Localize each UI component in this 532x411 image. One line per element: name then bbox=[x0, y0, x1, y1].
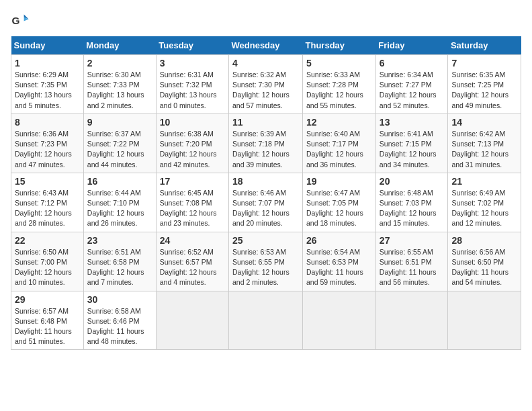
calendar-week-row: 22 Sunrise: 6:50 AM Sunset: 7:00 PM Dayl… bbox=[11, 232, 521, 291]
day-info: Sunrise: 6:58 AM Sunset: 6:46 PM Dayligh… bbox=[87, 306, 152, 347]
calendar-cell: 17 Sunrise: 6:45 AM Sunset: 7:08 PM Dayl… bbox=[156, 173, 228, 232]
day-info: Sunrise: 6:31 AM Sunset: 7:32 PM Dayligh… bbox=[160, 70, 225, 111]
day-info: Sunrise: 6:34 AM Sunset: 7:27 PM Dayligh… bbox=[380, 70, 445, 111]
calendar-cell: 1 Sunrise: 6:29 AM Sunset: 7:35 PM Dayli… bbox=[11, 55, 84, 114]
day-info: Sunrise: 6:54 AM Sunset: 6:53 PM Dayligh… bbox=[306, 247, 372, 288]
calendar-cell: 14 Sunrise: 6:42 AM Sunset: 7:13 PM Dayl… bbox=[448, 113, 521, 173]
day-number: 4 bbox=[232, 58, 299, 68]
day-info: Sunrise: 6:39 AM Sunset: 7:18 PM Dayligh… bbox=[232, 129, 299, 170]
calendar-cell bbox=[448, 291, 521, 350]
header-wednesday: Wednesday bbox=[229, 36, 303, 55]
day-info: Sunrise: 6:29 AM Sunset: 7:35 PM Dayligh… bbox=[15, 70, 80, 111]
header: G bbox=[11, 11, 521, 30]
day-number: 6 bbox=[380, 58, 445, 68]
day-number: 27 bbox=[380, 235, 445, 246]
day-number: 15 bbox=[15, 176, 80, 187]
day-info: Sunrise: 6:46 AM Sunset: 7:07 PM Dayligh… bbox=[232, 188, 299, 229]
calendar-cell: 26 Sunrise: 6:54 AM Sunset: 6:53 PM Dayl… bbox=[303, 232, 376, 291]
calendar-cell: 24 Sunrise: 6:52 AM Sunset: 6:57 PM Dayl… bbox=[156, 232, 228, 291]
day-info: Sunrise: 6:36 AM Sunset: 7:23 PM Dayligh… bbox=[15, 129, 80, 170]
calendar-cell: 2 Sunrise: 6:30 AM Sunset: 7:33 PM Dayli… bbox=[83, 55, 156, 114]
svg-text:G: G bbox=[11, 15, 19, 26]
calendar-cell: 4 Sunrise: 6:32 AM Sunset: 7:30 PM Dayli… bbox=[229, 55, 303, 114]
day-number: 11 bbox=[232, 117, 299, 128]
day-info: Sunrise: 6:45 AM Sunset: 7:08 PM Dayligh… bbox=[160, 188, 225, 229]
day-info: Sunrise: 6:48 AM Sunset: 7:03 PM Dayligh… bbox=[380, 188, 445, 229]
day-number: 22 bbox=[15, 235, 80, 246]
day-number: 1 bbox=[15, 58, 80, 68]
day-info: Sunrise: 6:53 AM Sunset: 6:55 PM Dayligh… bbox=[232, 247, 299, 288]
day-info: Sunrise: 6:50 AM Sunset: 7:00 PM Dayligh… bbox=[15, 247, 80, 288]
calendar-cell: 20 Sunrise: 6:48 AM Sunset: 7:03 PM Dayl… bbox=[375, 173, 448, 232]
day-number: 16 bbox=[87, 176, 152, 187]
day-info: Sunrise: 6:51 AM Sunset: 6:58 PM Dayligh… bbox=[87, 247, 152, 288]
calendar-cell: 23 Sunrise: 6:51 AM Sunset: 6:58 PM Dayl… bbox=[83, 232, 156, 291]
calendar-cell: 12 Sunrise: 6:40 AM Sunset: 7:17 PM Dayl… bbox=[303, 113, 376, 173]
header-monday: Monday bbox=[83, 36, 156, 55]
day-number: 25 bbox=[232, 235, 299, 246]
calendar-cell: 18 Sunrise: 6:46 AM Sunset: 7:07 PM Dayl… bbox=[229, 173, 303, 232]
header-friday: Friday bbox=[375, 36, 448, 55]
day-number: 8 bbox=[15, 117, 80, 128]
day-number: 7 bbox=[451, 58, 517, 68]
calendar-cell: 10 Sunrise: 6:38 AM Sunset: 7:20 PM Dayl… bbox=[156, 113, 228, 173]
day-info: Sunrise: 6:52 AM Sunset: 6:57 PM Dayligh… bbox=[160, 247, 225, 288]
day-number: 12 bbox=[306, 117, 372, 128]
day-info: Sunrise: 6:55 AM Sunset: 6:51 PM Dayligh… bbox=[380, 247, 445, 288]
calendar-cell: 19 Sunrise: 6:47 AM Sunset: 7:05 PM Dayl… bbox=[303, 173, 376, 232]
header-thursday: Thursday bbox=[303, 36, 376, 55]
calendar-table: SundayMondayTuesdayWednesdayThursdayFrid… bbox=[11, 36, 521, 350]
day-number: 21 bbox=[451, 176, 517, 187]
logo: G bbox=[11, 11, 32, 30]
calendar-cell: 5 Sunrise: 6:33 AM Sunset: 7:28 PM Dayli… bbox=[303, 55, 376, 114]
day-info: Sunrise: 6:33 AM Sunset: 7:28 PM Dayligh… bbox=[306, 70, 372, 111]
day-info: Sunrise: 6:44 AM Sunset: 7:10 PM Dayligh… bbox=[87, 188, 152, 229]
day-number: 13 bbox=[380, 117, 445, 128]
calendar-cell: 28 Sunrise: 6:56 AM Sunset: 6:50 PM Dayl… bbox=[448, 232, 521, 291]
day-info: Sunrise: 6:38 AM Sunset: 7:20 PM Dayligh… bbox=[160, 129, 225, 170]
calendar-cell: 3 Sunrise: 6:31 AM Sunset: 7:32 PM Dayli… bbox=[156, 55, 228, 114]
day-number: 3 bbox=[160, 58, 225, 68]
day-number: 20 bbox=[380, 176, 445, 187]
day-info: Sunrise: 6:41 AM Sunset: 7:15 PM Dayligh… bbox=[380, 129, 445, 170]
day-number: 17 bbox=[160, 176, 225, 187]
day-info: Sunrise: 6:47 AM Sunset: 7:05 PM Dayligh… bbox=[306, 188, 372, 229]
calendar-cell: 9 Sunrise: 6:37 AM Sunset: 7:22 PM Dayli… bbox=[83, 113, 156, 173]
calendar-cell bbox=[303, 291, 376, 350]
calendar-cell: 29 Sunrise: 6:57 AM Sunset: 6:48 PM Dayl… bbox=[11, 291, 84, 350]
calendar-cell: 27 Sunrise: 6:55 AM Sunset: 6:51 PM Dayl… bbox=[375, 232, 448, 291]
day-number: 14 bbox=[451, 117, 517, 128]
header-tuesday: Tuesday bbox=[156, 36, 228, 55]
day-number: 9 bbox=[87, 117, 152, 128]
day-number: 30 bbox=[87, 294, 152, 305]
day-number: 2 bbox=[87, 58, 152, 68]
day-number: 28 bbox=[451, 235, 517, 246]
calendar-cell bbox=[156, 291, 228, 350]
day-number: 23 bbox=[87, 235, 152, 246]
header-sunday: Sunday bbox=[11, 36, 84, 55]
calendar-cell: 16 Sunrise: 6:44 AM Sunset: 7:10 PM Dayl… bbox=[83, 173, 156, 232]
day-number: 18 bbox=[232, 176, 299, 187]
calendar-cell bbox=[229, 291, 303, 350]
day-info: Sunrise: 6:49 AM Sunset: 7:02 PM Dayligh… bbox=[451, 188, 517, 229]
calendar-cell: 6 Sunrise: 6:34 AM Sunset: 7:27 PM Dayli… bbox=[375, 55, 448, 114]
day-number: 29 bbox=[15, 294, 80, 305]
calendar-cell: 11 Sunrise: 6:39 AM Sunset: 7:18 PM Dayl… bbox=[229, 113, 303, 173]
calendar-week-row: 1 Sunrise: 6:29 AM Sunset: 7:35 PM Dayli… bbox=[11, 55, 521, 114]
calendar-cell: 13 Sunrise: 6:41 AM Sunset: 7:15 PM Dayl… bbox=[375, 113, 448, 173]
day-info: Sunrise: 6:42 AM Sunset: 7:13 PM Dayligh… bbox=[451, 129, 517, 170]
day-info: Sunrise: 6:37 AM Sunset: 7:22 PM Dayligh… bbox=[87, 129, 152, 170]
calendar-cell: 21 Sunrise: 6:49 AM Sunset: 7:02 PM Dayl… bbox=[448, 173, 521, 232]
calendar-cell bbox=[375, 291, 448, 350]
calendar-cell: 8 Sunrise: 6:36 AM Sunset: 7:23 PM Dayli… bbox=[11, 113, 84, 173]
logo-icon: G bbox=[11, 11, 30, 30]
day-info: Sunrise: 6:40 AM Sunset: 7:17 PM Dayligh… bbox=[306, 129, 372, 170]
day-info: Sunrise: 6:32 AM Sunset: 7:30 PM Dayligh… bbox=[232, 70, 299, 111]
calendar-cell: 30 Sunrise: 6:58 AM Sunset: 6:46 PM Dayl… bbox=[83, 291, 156, 350]
calendar-cell: 15 Sunrise: 6:43 AM Sunset: 7:12 PM Dayl… bbox=[11, 173, 84, 232]
day-number: 24 bbox=[160, 235, 225, 246]
calendar-week-row: 15 Sunrise: 6:43 AM Sunset: 7:12 PM Dayl… bbox=[11, 173, 521, 232]
day-info: Sunrise: 6:57 AM Sunset: 6:48 PM Dayligh… bbox=[15, 306, 80, 347]
calendar-cell: 25 Sunrise: 6:53 AM Sunset: 6:55 PM Dayl… bbox=[229, 232, 303, 291]
day-number: 19 bbox=[306, 176, 372, 187]
